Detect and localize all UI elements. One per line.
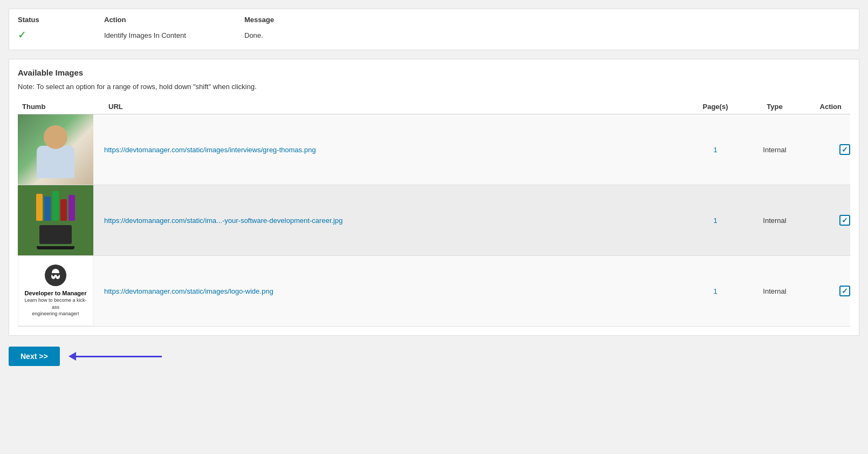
page-wrapper: Status Action Message ✓ Identify Images … [0,0,868,454]
note-text: Note: To select an option for a range of… [18,83,850,91]
thumbnail-3: Developer to Manager Learn how to become… [18,256,93,326]
url-link-1[interactable]: https://devtomanager.com/static/images/i… [104,146,316,154]
images-table: Thumb URL Page(s) Type Action [18,99,850,327]
thumbnail-1 [18,114,93,185]
message-col-header: Message [244,16,850,27]
action-cell-2: ✓ [807,185,850,256]
url-col-header: URL [104,99,688,114]
laptop-visual [39,225,72,244]
status-section: Status Action Message ✓ Identify Images … [9,9,859,50]
logo-circle [45,265,66,286]
status-action-text: Identify Images In Content [104,27,244,43]
url-cell-3: https://devtomanager.com/static/images/l… [104,256,688,327]
action-cell-3: ✓ [807,256,850,327]
action-col-header: Action [104,16,244,27]
status-message-text: Done. [244,27,850,43]
status-row: ✓ Identify Images In Content Done. [18,27,850,43]
type-cell-1: Internal [742,114,807,185]
next-button[interactable]: Next >> [9,347,60,366]
pages-cell-2: 1 [688,185,742,256]
section-title: Available Images [18,68,850,77]
row-checkbox-1[interactable]: ✓ [839,144,850,155]
check-icon: ✓ [18,30,26,40]
person-head [44,125,67,149]
book-1 [36,194,43,221]
url-link-3[interactable]: https://devtomanager.com/static/images/l… [104,287,274,295]
url-cell-2: https://devtomanager.com/static/ima...-y… [104,185,688,256]
laptop-base [37,246,74,249]
url-link-2[interactable]: https://devtomanager.com/static/ima...-y… [104,216,343,225]
book-3 [52,191,59,221]
thumb-cell: Developer to Manager Learn how to become… [18,256,104,327]
status-col-header: Status [18,16,104,27]
arrow-shaft [76,356,162,357]
check-mark-2: ✓ [842,216,848,225]
thumb-cell [18,185,104,256]
pages-col-header: Page(s) [688,99,742,114]
logo-text-sub: Learn how to become a kick-assengineerin… [24,297,87,317]
url-cell-1: https://devtomanager.com/static/images/i… [104,114,688,185]
available-images-section: Available Images Note: To select an opti… [9,59,859,336]
table-row: Developer to Manager Learn how to become… [18,256,850,327]
arrow-indicator [69,352,162,361]
arrow-head-icon [69,352,76,361]
book-4 [60,199,67,221]
action-col-header: Action [807,99,850,114]
pages-cell-1: 1 [688,114,742,185]
logo-text-main: Developer to Manager [25,289,87,297]
type-cell-2: Internal [742,185,807,256]
person-body [37,146,74,178]
table-row: https://devtomanager.com/static/images/i… [18,114,850,185]
next-section: Next >> [9,347,859,366]
type-col-header: Type [742,99,807,114]
row-checkbox-2[interactable]: ✓ [839,215,850,226]
type-cell-3: Internal [742,256,807,327]
pages-cell-3: 1 [688,256,742,327]
thumb-cell [18,114,104,185]
check-mark-1: ✓ [842,145,848,154]
svg-rect-5 [51,273,60,275]
row-checkbox-3[interactable]: ✓ [839,286,850,296]
action-cell-1: ✓ [807,114,850,185]
check-mark-3: ✓ [842,287,848,295]
thumbnail-2 [18,185,93,255]
person-silhouette [31,120,80,179]
logo-icon-area [45,265,66,286]
thumb-col-header: Thumb [18,99,104,114]
table-row: https://devtomanager.com/static/ima...-y… [18,185,850,256]
logo-svg [48,268,63,283]
book-5 [69,195,75,221]
status-table: Status Action Message ✓ Identify Images … [18,16,850,43]
book-2 [44,196,51,221]
